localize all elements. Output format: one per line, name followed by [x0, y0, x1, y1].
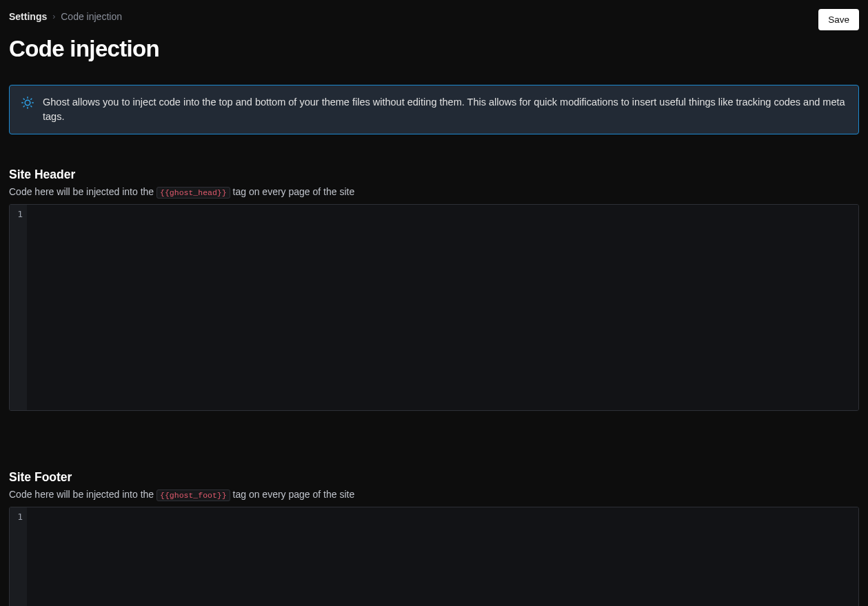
info-banner-text: Ghost allows you to inject code into the… [43, 95, 847, 124]
site-footer-editor: 1 [9, 507, 859, 606]
editor-gutter: 1 [10, 507, 27, 606]
desc-prefix: Code here will be injected into the [9, 186, 157, 197]
site-footer-code-input[interactable] [27, 507, 858, 606]
svg-line-7 [23, 106, 24, 107]
ghost-foot-tag: {{ghost_foot}} [157, 489, 230, 501]
desc-suffix: tag on every page of the site [230, 489, 355, 500]
save-button[interactable]: Save [818, 9, 859, 30]
section-title-footer: Site Footer [9, 470, 859, 485]
site-footer-section: Site Footer Code here will be injected i… [9, 470, 859, 606]
svg-line-4 [31, 106, 32, 107]
svg-line-3 [23, 99, 24, 99]
page-title: Code injection [9, 36, 859, 62]
desc-prefix: Code here will be injected into the [9, 489, 157, 500]
section-desc-footer: Code here will be injected into the {{gh… [9, 489, 859, 500]
svg-line-8 [31, 99, 32, 99]
desc-suffix: tag on every page of the site [230, 186, 355, 197]
section-desc-header: Code here will be injected into the {{gh… [9, 186, 859, 197]
breadcrumb: Settings › Code injection [9, 11, 122, 22]
site-header-editor: 1 [9, 204, 859, 411]
breadcrumb-parent[interactable]: Settings [9, 11, 47, 22]
site-header-section: Site Header Code here will be injected i… [9, 168, 859, 411]
ghost-head-tag: {{ghost_head}} [157, 187, 230, 199]
section-title-header: Site Header [9, 168, 859, 182]
breadcrumb-current: Code injection [61, 11, 122, 22]
info-banner: Ghost allows you to inject code into the… [9, 85, 859, 134]
lightbulb-icon [21, 97, 34, 112]
chevron-right-icon: › [52, 12, 55, 21]
svg-point-0 [25, 100, 30, 105]
editor-gutter: 1 [10, 205, 27, 410]
site-header-code-input[interactable] [27, 205, 858, 410]
